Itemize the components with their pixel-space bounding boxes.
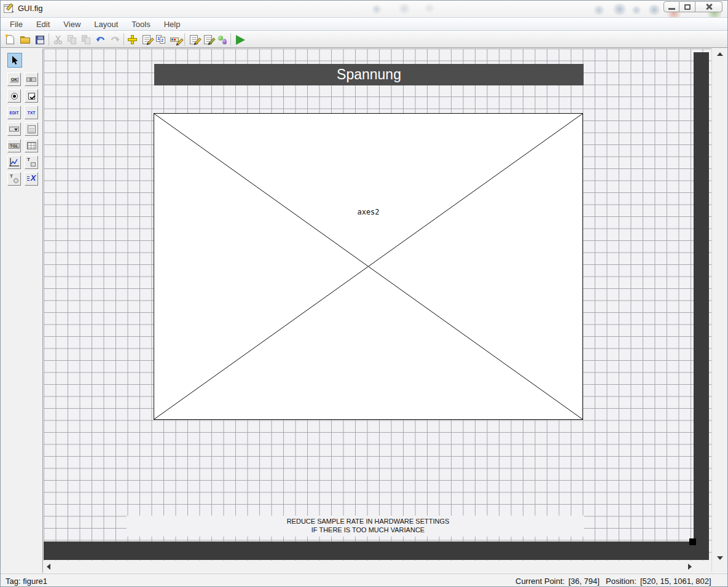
editor-button[interactable] (188, 34, 200, 45)
slider-tool[interactable] (25, 73, 38, 86)
axes-cross-icon (154, 114, 582, 419)
edit-text-tool[interactable]: EDIT (7, 106, 21, 119)
artifact-blob (611, 3, 628, 15)
current-point-label: Current Point: (515, 577, 565, 586)
paste-button[interactable] (80, 34, 92, 45)
toolbar-editor-button[interactable] (169, 34, 181, 45)
artifact-blob (397, 3, 412, 14)
button-group-tool[interactable]: T (7, 172, 21, 186)
menu-help[interactable]: Help (157, 18, 187, 30)
menu-view[interactable]: View (57, 18, 87, 30)
select-tool-button[interactable] (7, 53, 22, 68)
guide-window: GUI.fig File Edit View Layout Tools Help (0, 0, 728, 587)
toolbar-separator (230, 33, 231, 45)
artifact-blob (592, 5, 606, 15)
property-inspector-icon (204, 35, 212, 44)
static-text-icon: TXT (27, 111, 35, 115)
minimize-button[interactable] (663, 1, 679, 12)
object-browser-button[interactable] (216, 34, 228, 45)
push-button-tool[interactable]: OK (7, 73, 21, 86)
paste-icon (82, 35, 91, 44)
static-text-tool[interactable]: TXT (25, 106, 38, 119)
check-box-tool[interactable] (25, 89, 38, 103)
status-position: Position:[520, 15, 1061, 802] (606, 577, 715, 586)
property-inspector-button[interactable] (202, 34, 214, 45)
push-button-icon: OK (10, 77, 19, 82)
menu-layout[interactable]: Layout (87, 18, 125, 30)
popup-menu-tool[interactable] (7, 122, 21, 136)
position-value: [520, 15, 1061, 802] (640, 577, 711, 586)
status-tag: Tag: figure1 (6, 577, 47, 586)
scroll-right-icon[interactable] (688, 564, 692, 570)
align-objects-button[interactable] (127, 34, 138, 45)
check-box-icon (28, 93, 35, 100)
toggle-button-tool[interactable]: TGL (7, 139, 21, 152)
undo-button[interactable] (95, 34, 106, 45)
menu-tools[interactable]: Tools (125, 18, 157, 30)
note-text: REDUCE SAMPLE RATE IN HARDWARE SETTINGS … (153, 517, 583, 534)
table-tool[interactable] (25, 139, 38, 152)
minimize-icon (668, 8, 675, 10)
axes-tool[interactable] (7, 156, 21, 169)
new-figure-button[interactable] (4, 34, 16, 45)
object-browser-icon (217, 35, 227, 44)
editor-icon (190, 35, 198, 44)
toolbar-separator (184, 33, 185, 45)
current-point-value: [36, 794] (568, 577, 600, 586)
toolbar-editor-icon (170, 36, 180, 44)
artifact-blob (423, 3, 436, 13)
menu-file[interactable]: File (3, 18, 29, 30)
artifact-blob (647, 4, 662, 15)
copy-button[interactable] (66, 34, 78, 45)
save-button[interactable] (34, 34, 45, 45)
activex-tool[interactable]: X (25, 172, 38, 186)
menubar: File Edit View Layout Tools Help (1, 17, 727, 31)
tab-order-editor-button[interactable]: 12 (155, 34, 166, 45)
listbox-tool[interactable] (25, 122, 38, 136)
titlebar: GUI.fig (1, 1, 727, 17)
cut-button[interactable] (52, 34, 64, 45)
menu-editor-button[interactable] (141, 34, 152, 45)
maximize-button[interactable] (679, 1, 695, 12)
run-figure-button[interactable] (235, 34, 246, 45)
position-label: Position: (606, 577, 636, 586)
scroll-down-icon[interactable] (717, 556, 723, 560)
component-palette: OK EDIT TXT TGL (1, 49, 43, 573)
window-title: GUI.fig (18, 4, 42, 13)
static-text-spannung[interactable]: Spannung (154, 64, 584, 85)
artifact-blob (631, 6, 642, 15)
status-current-point: Current Point:[36, 794] (515, 577, 603, 586)
statusbar: Tag: figure1 Current Point:[36, 794] Pos… (1, 573, 727, 587)
activex-icon: X (27, 175, 36, 183)
panel-icon: T (27, 158, 36, 167)
table-icon (27, 142, 36, 149)
button-group-icon: T (10, 175, 18, 183)
figure-resize-handle[interactable] (689, 538, 696, 545)
vertical-scrollbar[interactable] (711, 49, 728, 572)
new-figure-icon (6, 35, 14, 44)
panel-tool[interactable]: T (25, 156, 38, 169)
radio-button-icon (11, 93, 18, 100)
window-controls (663, 1, 722, 12)
horizontal-scrollbar[interactable] (44, 561, 711, 572)
menu-edit[interactable]: Edit (29, 18, 57, 30)
note-line-2: IF THERE IS TOO MUCH VARIANCE (153, 526, 583, 534)
close-icon (705, 3, 713, 10)
radio-button-tool[interactable] (7, 89, 21, 103)
redo-button[interactable] (109, 34, 120, 45)
close-button[interactable] (695, 1, 722, 12)
popup-menu-icon (9, 127, 19, 132)
banner-label: Spannung (337, 66, 401, 83)
scroll-up-icon[interactable] (717, 52, 723, 56)
layout-canvas[interactable]: Spannung axes2 REDUCE SAMPLE RATE IN HAR… (44, 49, 711, 561)
scroll-left-icon[interactable] (47, 564, 50, 570)
open-button[interactable] (19, 34, 31, 45)
listbox-icon (28, 125, 36, 133)
axes-placeholder[interactable]: axes2 (154, 113, 583, 420)
redo-icon (110, 36, 120, 44)
maximize-icon (684, 4, 691, 10)
axes-tag-label: axes2 (154, 208, 582, 216)
outside-figure-area (694, 52, 709, 560)
outside-figure-area (44, 542, 709, 560)
note-line-1: REDUCE SAMPLE RATE IN HARDWARE SETTINGS (153, 517, 583, 526)
